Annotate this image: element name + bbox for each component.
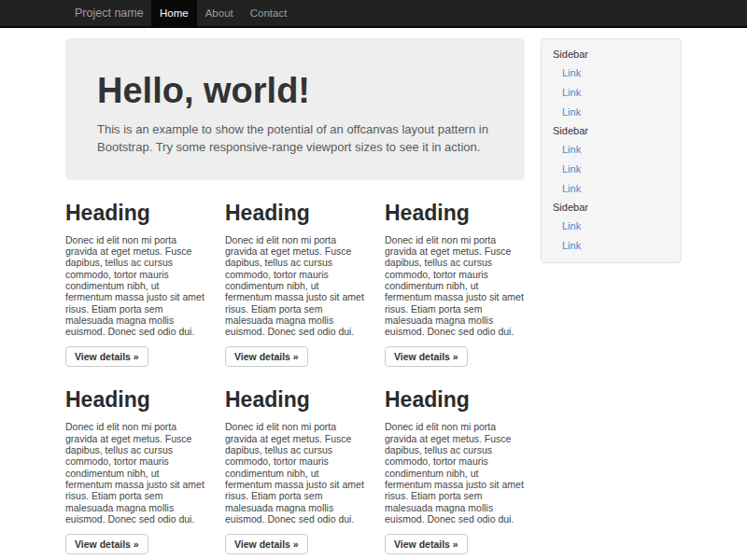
sidebar-group: SidebarLinkLinkLink: [542, 49, 681, 121]
sidebar-link[interactable]: Link: [542, 82, 681, 102]
sidebar-link[interactable]: Link: [542, 235, 681, 255]
sidebar-link[interactable]: Link: [542, 159, 681, 178]
card-body-text: Donec id elit non mi porta gravida at eg…: [65, 421, 205, 525]
navbar-container: Project name Home About Contact: [65, 0, 682, 26]
feature-card: Heading Donec id elit non mi porta gravi…: [385, 367, 525, 554]
card-heading: Heading: [385, 201, 525, 226]
cards-section: Heading Donec id elit non mi porta gravi…: [65, 180, 525, 554]
page-container: Hello, world! This is an example to show…: [65, 38, 682, 560]
sidebar-group-label: Sidebar: [542, 202, 681, 216]
nav-item-about[interactable]: About: [197, 0, 242, 26]
top-navbar: Project name Home About Contact: [0, 0, 747, 28]
view-details-button[interactable]: View details »: [65, 346, 148, 367]
card-body-text: Donec id elit non mi porta gravida at eg…: [65, 234, 205, 338]
sidebar-column: SidebarLinkLinkLinkSidebarLinkLinkLinkSi…: [541, 38, 682, 554]
feature-card: Heading Donec id elit non mi porta gravi…: [225, 180, 365, 368]
card-heading: Heading: [225, 387, 365, 413]
card-row: Heading Donec id elit non mi porta gravi…: [65, 367, 525, 554]
jumbotron: Hello, world! This is an example to show…: [65, 38, 525, 180]
brand-link[interactable]: Project name: [65, 0, 151, 26]
card-body-text: Donec id elit non mi porta gravida at eg…: [225, 234, 365, 338]
card-body-text: Donec id elit non mi porta gravida at eg…: [225, 421, 365, 525]
card-heading: Heading: [225, 201, 365, 226]
feature-card: Heading Donec id elit non mi porta gravi…: [65, 367, 205, 554]
card-heading: Heading: [65, 201, 205, 226]
jumbotron-description: This is an example to show the potential…: [97, 120, 493, 156]
sidebar-link[interactable]: Link: [542, 102, 681, 121]
nav-item-contact[interactable]: Contact: [242, 0, 296, 26]
view-details-button[interactable]: View details »: [225, 346, 308, 367]
card-heading: Heading: [385, 387, 525, 413]
content-row: Hello, world! This is an example to show…: [65, 38, 682, 554]
sidebar-group: SidebarLinkLinkLink: [542, 125, 681, 198]
sidebar-group-label: Sidebar: [542, 125, 681, 139]
view-details-button[interactable]: View details »: [65, 534, 148, 554]
view-details-button[interactable]: View details »: [385, 534, 468, 554]
feature-card: Heading Donec id elit non mi porta gravi…: [65, 180, 205, 368]
navbar-menu: Home About Contact: [151, 0, 295, 26]
card-body-text: Donec id elit non mi porta gravida at eg…: [385, 421, 525, 525]
sidebar-link[interactable]: Link: [542, 63, 681, 82]
sidebar-link[interactable]: Link: [542, 178, 681, 198]
sidebar-link[interactable]: Link: [542, 139, 681, 159]
page-title: Hello, world!: [97, 72, 493, 111]
view-details-button[interactable]: View details »: [225, 534, 308, 554]
sidebar-group: SidebarLinkLink: [542, 202, 681, 255]
sidebar-panel: SidebarLinkLinkLinkSidebarLinkLinkLinkSi…: [541, 38, 682, 263]
feature-card: Heading Donec id elit non mi porta gravi…: [225, 367, 365, 554]
feature-card: Heading Donec id elit non mi porta gravi…: [385, 180, 525, 368]
view-details-button[interactable]: View details »: [385, 346, 468, 367]
card-row: Heading Donec id elit non mi porta gravi…: [65, 180, 525, 368]
card-body-text: Donec id elit non mi porta gravida at eg…: [385, 234, 525, 338]
nav-item-home[interactable]: Home: [151, 0, 197, 26]
card-heading: Heading: [65, 387, 205, 413]
sidebar-link[interactable]: Link: [542, 216, 681, 235]
sidebar-group-label: Sidebar: [542, 49, 681, 63]
main-column: Hello, world! This is an example to show…: [65, 38, 525, 554]
